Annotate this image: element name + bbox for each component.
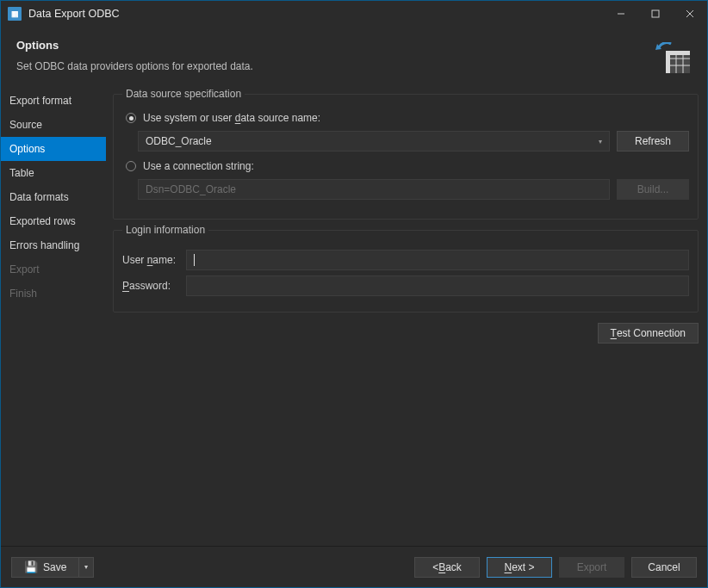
- refresh-button[interactable]: Refresh: [617, 131, 689, 152]
- sidebar-item-finish: Finish: [1, 282, 106, 306]
- radio-use-connstring-dot: [126, 161, 136, 171]
- svg-rect-1: [652, 10, 659, 17]
- back-button[interactable]: < Back: [414, 557, 480, 578]
- close-button[interactable]: [680, 3, 700, 24]
- test-connection-button[interactable]: Test Connection: [598, 323, 699, 344]
- sidebar-item-exported-rows[interactable]: Exported rows: [1, 209, 106, 233]
- minimize-button[interactable]: [611, 3, 631, 24]
- maximize-button[interactable]: [645, 3, 666, 24]
- save-icon: 💾: [24, 560, 38, 573]
- export-grid-icon: [655, 42, 690, 73]
- username-row: User name:: [122, 250, 689, 270]
- password-row: Password:: [122, 275, 689, 296]
- connstring-input: Dsn=ODBC_Oracle: [138, 179, 610, 200]
- next-button[interactable]: Next >: [487, 557, 552, 578]
- maximize-icon: [651, 9, 660, 18]
- minimize-icon: [617, 9, 625, 18]
- window-controls: [611, 3, 700, 24]
- save-button[interactable]: 💾 Save: [11, 557, 78, 578]
- test-row: Test Connection: [113, 323, 699, 344]
- page-title: Options: [16, 39, 253, 52]
- chevron-down-icon: ▾: [599, 138, 602, 145]
- radio-use-connstring-label: Use a connection string:: [143, 160, 254, 172]
- group-data-source: Data source specification Use system or …: [113, 94, 699, 220]
- connstring-placeholder: Dsn=ODBC_Oracle: [146, 183, 236, 195]
- main-panel: Data source specification Use system or …: [106, 89, 707, 546]
- dsn-row: ODBC_Oracle ▾ Refresh: [138, 131, 689, 152]
- save-dropdown-button[interactable]: ▾: [78, 557, 94, 578]
- text-caret: [194, 254, 195, 266]
- radio-use-connstring[interactable]: Use a connection string:: [126, 160, 689, 172]
- build-button: Build...: [617, 179, 689, 200]
- radio-use-dsn[interactable]: Use system or user data source name:: [126, 112, 689, 124]
- footer: 💾 Save ▾ < Back Next > Export Cancel: [1, 546, 707, 587]
- sidebar-item-table[interactable]: Table: [1, 161, 106, 185]
- sidebar-item-export: Export: [1, 257, 106, 282]
- group-login-legend: Login information: [122, 224, 208, 236]
- password-input[interactable]: [186, 275, 689, 296]
- sidebar-item-export-format[interactable]: Export format: [1, 89, 106, 113]
- sidebar: Export format Source Options Table Data …: [1, 89, 106, 546]
- cancel-button[interactable]: Cancel: [631, 557, 697, 578]
- group-login: Login information User name: Password:: [113, 230, 699, 313]
- sidebar-item-source[interactable]: Source: [1, 113, 106, 137]
- header-text: Options Set ODBC data providers options …: [16, 39, 253, 72]
- dsn-combo[interactable]: ODBC_Oracle ▾: [138, 131, 610, 152]
- titlebar: ▦ Data Export ODBC: [1, 1, 707, 27]
- app-icon: ▦: [8, 7, 22, 21]
- username-label: User name:: [122, 254, 179, 266]
- save-button-label: Save: [43, 561, 66, 573]
- sidebar-item-options[interactable]: Options: [1, 137, 106, 161]
- radio-use-dsn-dot: [126, 113, 136, 123]
- window-title: Data Export ODBC: [28, 8, 611, 20]
- export-button: Export: [559, 557, 624, 578]
- connstring-row: Dsn=ODBC_Oracle Build...: [138, 179, 689, 200]
- username-input[interactable]: [186, 250, 689, 270]
- window: ▦ Data Export ODBC Options Set ODBC data…: [0, 0, 708, 588]
- close-icon: [686, 9, 694, 18]
- page-description: Set ODBC data providers options for expo…: [16, 60, 253, 72]
- sidebar-item-data-formats[interactable]: Data formats: [1, 185, 106, 209]
- header: Options Set ODBC data providers options …: [1, 27, 707, 89]
- svg-rect-7: [666, 51, 670, 73]
- save-split-button: 💾 Save ▾: [11, 557, 94, 578]
- sidebar-item-errors-handling[interactable]: Errors handling: [1, 233, 106, 257]
- body: Export format Source Options Table Data …: [1, 89, 707, 546]
- password-label: Password:: [122, 280, 179, 292]
- radio-use-dsn-label: Use system or user data source name:: [143, 112, 320, 124]
- group-data-source-legend: Data source specification: [122, 89, 245, 100]
- dsn-combo-value: ODBC_Oracle: [146, 135, 212, 147]
